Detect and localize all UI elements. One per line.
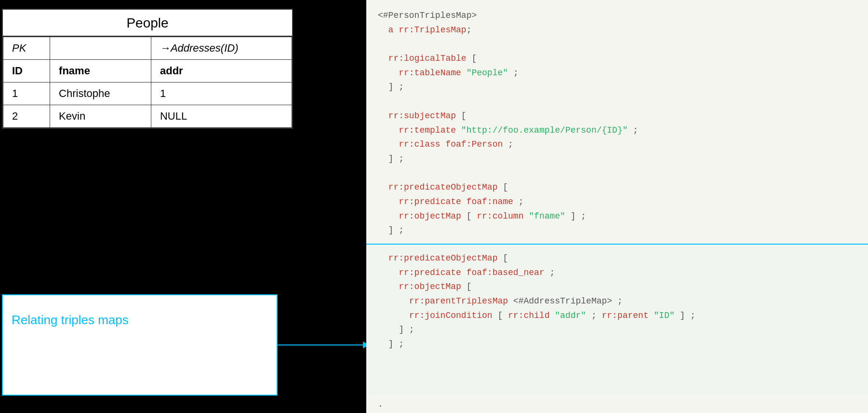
code-line-b2: rr:predicate foaf:based_near ; (378, 266, 856, 280)
addr-header: addr (151, 60, 292, 83)
code-line-blank2 (378, 95, 856, 109)
code-line-3: rr:logicalTable [ (378, 52, 856, 66)
row1-fname: Christophe (50, 83, 151, 105)
code-dot: . (366, 396, 868, 413)
code-bottom-section: rr:predicateObjectMap [ rr:predicate foa… (366, 245, 868, 396)
code-line-b3: rr:objectMap [ (378, 280, 856, 294)
code-line-6: rr:subjectMap [ (378, 109, 856, 124)
fname-header: fname (50, 60, 151, 83)
table-title: People (3, 10, 292, 37)
table-header-row: PK →Addresses(ID) (3, 37, 292, 60)
code-line-b7: ] ; (378, 337, 856, 352)
code-line-8: rr:class foaf:Person ; (378, 138, 856, 152)
row1-id: 1 (3, 83, 50, 105)
row2-addr: NULL (151, 105, 292, 128)
people-table: People PK →Addresses(ID) ID fname addr 1… (2, 9, 293, 129)
right-panel: <#PersonTriplesMap> a rr:TriplesMap; rr:… (366, 0, 868, 413)
code-line-12: rr:objectMap [ rr:column "fname" ] ; (378, 209, 856, 224)
id-header: ID (3, 60, 50, 83)
code-line-4: rr:tableName "People" ; (378, 66, 856, 81)
row2-fname: Kevin (50, 105, 151, 128)
relating-box (2, 294, 278, 396)
code-line-11: rr:predicate foaf:name ; (378, 195, 856, 209)
row2-id: 2 (3, 105, 50, 128)
empty-cell (50, 37, 151, 60)
code-line-blank1 (378, 37, 856, 52)
code-top-section: <#PersonTriplesMap> a rr:TriplesMap; rr:… (366, 0, 868, 244)
table-col-headers: ID fname addr (3, 60, 292, 83)
db-table: PK →Addresses(ID) ID fname addr 1 Christ… (3, 37, 292, 128)
code-line-1: <#PersonTriplesMap> (378, 9, 856, 23)
table-row: 2 Kevin NULL (3, 105, 292, 128)
code-line-b5: rr:joinCondition [ rr:child "addr" ; rr:… (378, 309, 856, 323)
relating-arrow (278, 344, 369, 345)
code-line-13: ] ; (378, 223, 856, 238)
code-line-2: a rr:TriplesMap; (378, 23, 856, 38)
code-line-10: rr:predicateObjectMap [ (378, 180, 856, 195)
pk-cell: PK (3, 37, 50, 60)
left-panel: People PK →Addresses(ID) ID fname addr 1… (0, 0, 366, 413)
code-line-7: rr:template "http://foo.example/Person/{… (378, 124, 856, 138)
code-line-b6: ] ; (378, 323, 856, 337)
row1-addr: 1 (151, 83, 292, 105)
fk-cell: →Addresses(ID) (151, 37, 292, 60)
code-line-blank3 (378, 166, 856, 181)
code-line-9: ] ; (378, 152, 856, 166)
code-line-b4: rr:parentTriplesMap <#AddressTripleMap> … (378, 294, 856, 309)
code-line-5: ] ; (378, 80, 856, 95)
table-row: 1 Christophe 1 (3, 83, 292, 105)
code-line-b1: rr:predicateObjectMap [ (378, 251, 856, 266)
relating-label: Relating triples maps (12, 313, 129, 328)
